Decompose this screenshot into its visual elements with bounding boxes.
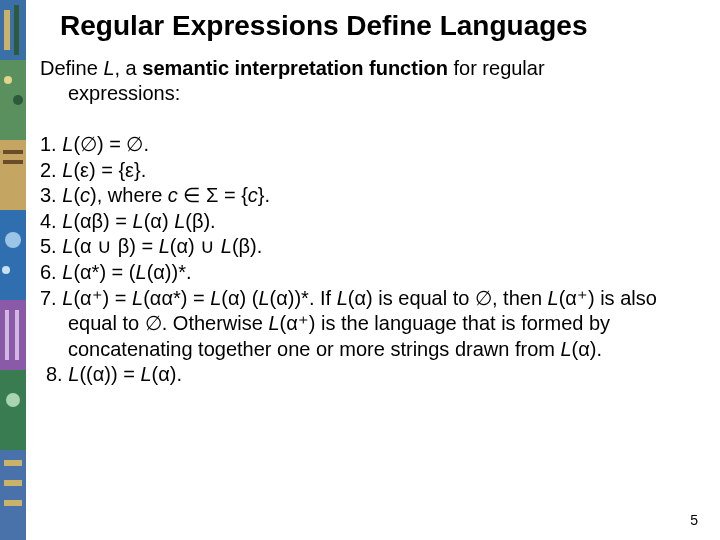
- rule-1: 1. L(∅) = ∅.: [40, 132, 706, 158]
- svg-rect-3: [14, 5, 19, 55]
- svg-rect-20: [4, 480, 22, 486]
- rules-list: 1. L(∅) = ∅. 2. L(ε) = {ε}. 3. L(c), whe…: [40, 132, 706, 388]
- rule-4: 4. L(αβ) = L(α) L(β).: [40, 209, 706, 235]
- svg-point-5: [4, 76, 12, 84]
- slide-content: Regular Expressions Define Languages Def…: [40, 10, 706, 530]
- svg-rect-19: [4, 460, 22, 466]
- svg-rect-21: [4, 500, 22, 506]
- rule-6: 6. L(α*) = (L(α))*.: [40, 260, 706, 286]
- rule-5: 5. L(α ∪ β) = L(α) ∪ L(β).: [40, 234, 706, 260]
- decorative-sidebar: [0, 0, 26, 540]
- svg-rect-1: [0, 0, 26, 60]
- svg-rect-9: [3, 160, 23, 164]
- svg-rect-2: [4, 10, 10, 50]
- intro-text: Define L, a semantic interpretation func…: [40, 56, 706, 106]
- rule-3: 3. L(c), where c ∈ Σ = {c}.: [40, 183, 706, 209]
- svg-rect-15: [15, 310, 19, 360]
- rule-2: 2. L(ε) = {ε}.: [40, 158, 706, 184]
- svg-rect-8: [3, 150, 23, 154]
- svg-point-6: [13, 95, 23, 105]
- svg-rect-14: [5, 310, 9, 360]
- svg-rect-10: [0, 210, 26, 300]
- rule-8: 8. L((α)) = L(α).: [40, 362, 706, 388]
- svg-rect-13: [0, 300, 26, 370]
- svg-rect-16: [0, 370, 26, 450]
- svg-point-12: [2, 266, 10, 274]
- slide-title: Regular Expressions Define Languages: [60, 10, 706, 42]
- svg-point-17: [6, 393, 20, 407]
- rule-7: 7. L(α⁺) = L(αα*) = L(α) (L(α))*. If L(α…: [40, 286, 706, 363]
- svg-point-11: [5, 232, 21, 248]
- page-number: 5: [690, 512, 698, 528]
